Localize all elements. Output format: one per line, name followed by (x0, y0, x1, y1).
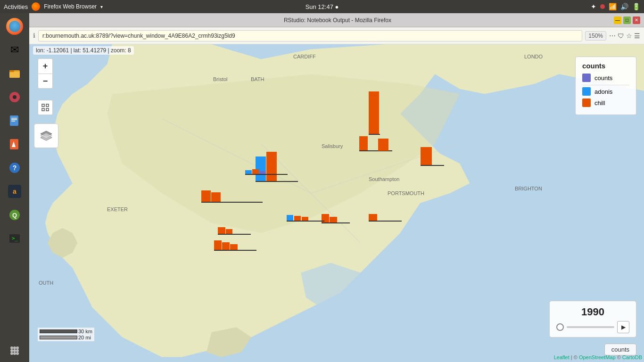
address-bar: ℹ 150% ⋯ 🛡 ☆ ☰ (29, 27, 644, 44)
sidebar-icon-firefox[interactable] (3, 15, 26, 38)
activities-label[interactable]: Activities (4, 3, 28, 10)
bar-group-small1 (245, 169, 288, 175)
top-bar-center: Sun 12:47 ● (305, 3, 339, 10)
svg-rect-6 (11, 118, 17, 119)
sidebar-icon-help[interactable]: ? (3, 156, 26, 179)
svg-rect-8 (11, 121, 15, 122)
bookmark-icon[interactable]: 🛡 (618, 32, 624, 40)
bar-group-ports1 (322, 214, 350, 223)
sidebar-icon-qgis[interactable]: Q (3, 204, 26, 226)
attribution-separator: | © (571, 354, 579, 360)
map-area[interactable]: lon: -1.12061 | lat: 51.41279 | zoom: 8 … (29, 44, 644, 362)
legend-item-chill: chill (582, 99, 629, 107)
network-dot-icon (600, 4, 605, 9)
svg-text:?: ? (13, 164, 17, 172)
legend-color-adonis (582, 87, 591, 96)
sidebar-icon-apps[interactable] (3, 339, 26, 362)
svg-point-24 (16, 349, 19, 352)
svg-point-19 (10, 346, 13, 349)
svg-rect-2 (9, 70, 14, 72)
svg-point-27 (16, 352, 19, 355)
maximize-button[interactable]: □ (623, 16, 631, 24)
svg-text:a: a (13, 188, 17, 195)
window-controls: — □ ✕ (614, 16, 640, 24)
security-icon: ℹ (33, 32, 35, 39)
attribution-separator2: © (617, 354, 622, 360)
legend-item-adonis: adonis (582, 87, 629, 96)
svg-point-26 (13, 352, 16, 355)
sidebar-icon-terminal[interactable]: >_ (3, 227, 26, 250)
bar-group-sw1 (218, 227, 251, 235)
svg-point-23 (13, 349, 16, 352)
os-top-bar: Activities Firefox Web Browser ▾ Sun 12:… (0, 0, 644, 13)
time-slider-row: ▶ (556, 321, 629, 333)
sidebar-icon-files[interactable] (3, 62, 26, 85)
window-title: RStudio: Notebook Output - Mozilla Firef… (61, 17, 614, 24)
svg-text:Q: Q (12, 212, 17, 219)
leaflet-link[interactable]: Leaflet (554, 354, 570, 360)
legend-color-counts (582, 74, 591, 82)
svg-rect-7 (11, 119, 17, 120)
svg-rect-40 (42, 108, 44, 111)
scale-bar: 30 km 20 mi (38, 328, 94, 341)
sidebar-icon-draw[interactable] (3, 133, 26, 156)
address-input[interactable] (38, 30, 582, 41)
star-icon[interactable]: ☆ (626, 32, 632, 40)
legend: counts counts adonis chill (575, 57, 636, 115)
more-options-icon[interactable]: ⋯ (609, 32, 616, 40)
play-button[interactable]: ▶ (617, 321, 629, 333)
minimize-button[interactable]: — (614, 16, 621, 24)
zoom-badge[interactable]: 150% (585, 31, 606, 41)
hamburger-icon[interactable]: ☰ (634, 32, 640, 40)
bar-group-salisbury2 (378, 139, 388, 151)
layers-button[interactable] (34, 123, 58, 148)
legend-color-chill (582, 99, 591, 107)
sidebar-icon-amazon[interactable]: a (3, 180, 26, 203)
slider-track[interactable] (567, 326, 614, 328)
browser-window: RStudio: Notebook Output - Mozilla Firef… (29, 13, 644, 362)
wifi-icon: 📶 (609, 3, 617, 10)
svg-text:>_: >_ (12, 235, 18, 241)
bar-group-1 (369, 91, 380, 135)
sidebar-icon-writer[interactable] (3, 109, 26, 132)
svg-rect-1 (9, 72, 20, 78)
sidebar-icon-music[interactable] (3, 86, 26, 108)
svg-point-22 (10, 349, 13, 352)
top-bar-right: ✦ 📶 🔊 🔋 (591, 3, 640, 10)
legend-item-counts: counts (582, 74, 629, 82)
os-time: Sun 12:47 ● (305, 3, 339, 10)
attribution: Leaflet | © OpenStreetMap © CartoDB (554, 354, 642, 360)
time-panel: 1990 ▶ (549, 301, 636, 337)
cartodb-link[interactable]: CartoDB (622, 354, 642, 360)
time-year: 1990 (556, 306, 629, 318)
bar-group-south1 (214, 240, 256, 251)
svg-point-21 (16, 346, 19, 349)
top-bar-left: Activities Firefox Web Browser ▾ (4, 2, 103, 11)
close-button[interactable]: ✕ (633, 16, 640, 24)
svg-point-25 (10, 352, 13, 355)
osm-link[interactable]: OpenStreetMap (579, 354, 616, 360)
slider-handle[interactable] (556, 323, 564, 331)
map-coords: lon: -1.12061 | lat: 51.41279 | zoom: 8 (33, 46, 134, 55)
scale-km-label: 30 km (78, 329, 92, 334)
bar-group-bath (256, 152, 298, 182)
zoom-in-button[interactable]: + (38, 58, 53, 74)
bar-group-ports2 (287, 215, 324, 222)
dropdown-arrow[interactable]: ▾ (100, 4, 103, 9)
dropbox-icon: ✦ (591, 3, 596, 10)
sidebar-icon-mail[interactable]: ✉ (3, 39, 26, 61)
counts-button[interactable]: counts (604, 344, 636, 355)
bar-group-coast1 (421, 147, 444, 166)
bar-group-south-coast (369, 214, 402, 222)
svg-rect-41 (46, 108, 49, 111)
battery-icon: 🔋 (632, 3, 640, 10)
browser-name-label: Firefox Web Browser (44, 3, 97, 10)
svg-point-4 (13, 95, 17, 99)
firefox-taskbar-icon[interactable] (32, 2, 40, 11)
svg-rect-39 (46, 104, 49, 107)
svg-rect-38 (42, 104, 44, 107)
zoom-out-button[interactable]: − (38, 74, 53, 89)
legend-label-adonis: adonis (594, 88, 612, 95)
legend-label-counts: counts (594, 74, 612, 82)
fullscreen-button[interactable] (38, 100, 53, 115)
